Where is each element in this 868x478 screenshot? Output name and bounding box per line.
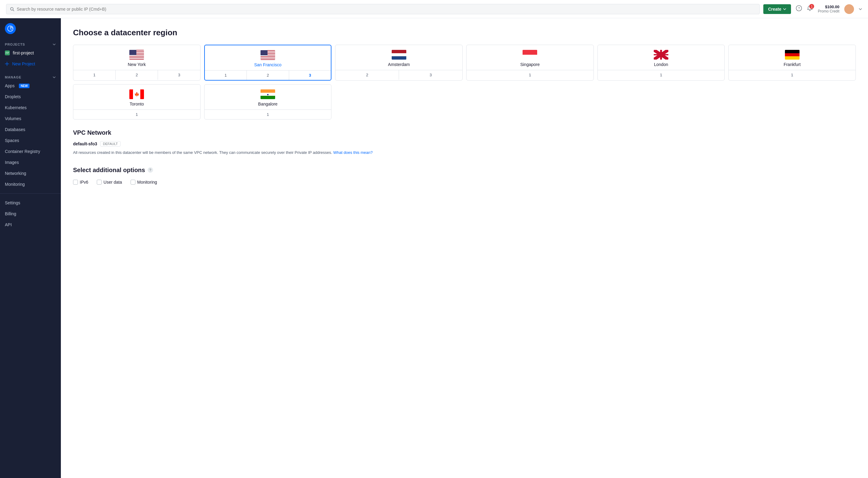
flag-de <box>785 50 800 60</box>
region-card-top-london: London <box>598 45 725 70</box>
option-user-data[interactable]: User data <box>97 180 122 184</box>
region-card-top-amsterdam: Amsterdam <box>335 45 462 70</box>
collapse-icon[interactable] <box>52 42 56 46</box>
projects-section-label: PROJECTS <box>0 39 61 47</box>
sidebar-item-new-project[interactable]: New Project <box>0 58 61 69</box>
region-card-toronto[interactable]: 🍁 Toronto 1 <box>73 84 200 120</box>
vpc-link[interactable]: What does this mean? <box>333 150 373 155</box>
region-number-new-york-1[interactable]: 1 <box>73 70 116 80</box>
sidebar-logo <box>0 18 61 39</box>
region-number-amsterdam-3[interactable]: 3 <box>399 70 462 80</box>
flag-us <box>260 50 275 60</box>
region-card-bottom-london: 1 <box>598 70 725 80</box>
option-monitoring[interactable]: Monitoring <box>130 180 157 184</box>
region-number-new-york-2[interactable]: 2 <box>116 70 158 80</box>
options-checkboxes: IPv6 User data Monitoring <box>73 180 856 184</box>
region-card-top-toronto: 🍁 Toronto <box>73 84 200 109</box>
region-name-london: London <box>654 62 668 67</box>
option-ipv6[interactable]: IPv6 <box>73 180 88 184</box>
region-card-top-singapore: Singapore <box>467 45 593 70</box>
region-number-amsterdam-2[interactable]: 2 <box>335 70 399 80</box>
sidebar-item-droplets[interactable]: Droplets <box>0 91 61 102</box>
sidebar-item-kubernetes[interactable]: Kubernetes <box>0 102 61 113</box>
region-card-london[interactable]: London 1 <box>597 45 725 80</box>
region-grid-row1: New York 123 San Francisco 123 Amsterdam… <box>73 45 856 80</box>
region-card-san-francisco[interactable]: San Francisco 123 <box>204 45 332 80</box>
chevron-down-icon[interactable] <box>859 8 862 10</box>
region-number-frankfurt-1[interactable]: 1 <box>728 70 856 80</box>
options-section-title: Select additional options <box>73 167 145 174</box>
region-number-san-francisco-2[interactable]: 2 <box>247 71 289 80</box>
region-card-bottom-amsterdam: 23 <box>335 70 462 80</box>
region-card-bangalore[interactable]: Bangalore 1 <box>204 84 332 120</box>
region-number-singapore-1[interactable]: 1 <box>467 70 593 80</box>
vpc-section: VPC Network default-sfo3 DEFAULT All res… <box>73 129 856 156</box>
apps-badge: NEW <box>19 83 30 88</box>
chevron-down-icon <box>783 8 786 10</box>
help-icon[interactable]: ? <box>148 167 153 173</box>
navbar-right: Create ? 1 $100.00 Promo Credit <box>763 4 862 14</box>
vpc-section-title: VPC Network <box>73 129 856 136</box>
sidebar-item-databases[interactable]: Databases <box>0 124 61 135</box>
sidebar-item-images[interactable]: Images <box>0 157 61 168</box>
logo-icon <box>5 23 16 34</box>
region-card-bottom-san-francisco: 123 <box>205 70 331 80</box>
search-input[interactable] <box>17 7 756 11</box>
flag-nl <box>392 50 406 60</box>
svg-line-1 <box>13 10 14 11</box>
sidebar: PROJECTS FP first-project New Project MA… <box>0 18 61 478</box>
region-name-new-york: New York <box>128 62 146 67</box>
sidebar-item-settings[interactable]: Settings <box>0 197 61 208</box>
region-number-new-york-3[interactable]: 3 <box>158 70 200 80</box>
region-card-top-frankfurt: Frankfurt <box>728 45 856 70</box>
sidebar-item-spaces[interactable]: Spaces <box>0 135 61 146</box>
checkbox-user-data[interactable] <box>97 180 102 184</box>
navbar: Create ? 1 $100.00 Promo Credit <box>0 0 868 18</box>
notification-button[interactable]: 1 <box>807 5 813 13</box>
region-card-top-bangalore: Bangalore <box>205 84 332 109</box>
vpc-default-badge: DEFAULT <box>100 141 121 146</box>
search-bar[interactable] <box>6 4 760 14</box>
region-number-toronto-1[interactable]: 1 <box>73 110 200 119</box>
help-button[interactable]: ? <box>796 5 802 13</box>
region-name-singapore: Singapore <box>520 62 539 67</box>
notification-badge: 1 <box>809 4 814 9</box>
region-card-top-san-francisco: San Francisco <box>205 45 331 70</box>
region-card-frankfurt[interactable]: Frankfurt 1 <box>728 45 856 80</box>
region-number-san-francisco-3[interactable]: 3 <box>289 71 331 80</box>
main-content: Choose a datacenter region New York 123 … <box>61 18 868 478</box>
sidebar-item-first-project[interactable]: FP first-project <box>0 47 61 58</box>
flag-sg <box>523 50 537 60</box>
region-number-san-francisco-1[interactable]: 1 <box>205 71 247 80</box>
region-name-toronto: Toronto <box>130 102 144 106</box>
checkbox-ipv6[interactable] <box>73 180 78 184</box>
region-card-bottom-toronto: 1 <box>73 109 200 119</box>
avatar[interactable] <box>844 4 854 14</box>
project-icon: FP <box>5 50 10 55</box>
region-card-singapore[interactable]: Singapore 1 <box>466 45 594 80</box>
sidebar-item-networking[interactable]: Networking <box>0 168 61 179</box>
additional-options-section: Select additional options ? IPv6 User da… <box>73 167 856 184</box>
region-card-amsterdam[interactable]: Amsterdam 23 <box>335 45 463 80</box>
sidebar-item-monitoring[interactable]: Monitoring <box>0 179 61 190</box>
sidebar-item-container-registry[interactable]: Container Registry <box>0 146 61 157</box>
sidebar-item-volumes[interactable]: Volumes <box>0 113 61 124</box>
vpc-network-row: default-sfo3 DEFAULT <box>73 141 856 146</box>
datacenter-section-title: Choose a datacenter region <box>73 28 856 37</box>
vpc-description: All resources created in this datacenter… <box>73 149 856 156</box>
collapse-manage-icon[interactable] <box>52 75 56 79</box>
vpc-network-name: default-sfo3 <box>73 141 97 146</box>
checkbox-monitoring[interactable] <box>130 180 135 184</box>
region-number-london-1[interactable]: 1 <box>598 70 725 80</box>
region-name-bangalore: Bangalore <box>258 102 278 106</box>
sidebar-item-billing[interactable]: Billing <box>0 208 61 219</box>
region-name-frankfurt: Frankfurt <box>784 62 801 67</box>
region-card-bottom-singapore: 1 <box>467 70 593 80</box>
region-number-bangalore-1[interactable]: 1 <box>205 110 332 119</box>
sidebar-item-apps[interactable]: Apps NEW <box>0 80 61 91</box>
svg-text:FP: FP <box>5 52 9 55</box>
create-button[interactable]: Create <box>763 4 791 14</box>
sidebar-item-api[interactable]: API <box>0 219 61 230</box>
region-card-new-york[interactable]: New York 123 <box>73 45 200 80</box>
svg-text:?: ? <box>798 6 800 10</box>
